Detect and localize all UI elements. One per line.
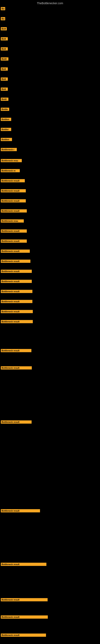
bottleneck-label: Bottleneck result xyxy=(1,300,32,303)
bottleneck-label: Bottleneck result xyxy=(1,260,30,263)
bottleneck-item: Bottleneck result xyxy=(1,179,25,182)
bottleneck-label: Bottleneck result xyxy=(1,250,30,253)
bottleneck-item: Bottl xyxy=(1,98,8,101)
bottleneck-item: Bottleneck result xyxy=(1,199,26,202)
bottleneck-item: Bottleneck result xyxy=(1,320,33,323)
bottleneck-item: Bottleneck result xyxy=(1,230,27,233)
bottleneck-label: Bottleneck result xyxy=(1,420,32,424)
bottleneck-label: Bo xyxy=(1,17,5,20)
bottleneck-item: Bottle xyxy=(1,108,9,111)
bottleneck-label: Bottleneck r xyxy=(1,148,17,151)
bottleneck-label: Bottlen xyxy=(1,118,11,121)
bottleneck-label: Bottleneck result xyxy=(1,270,32,273)
bottleneck-item: Bottleneck result xyxy=(1,634,46,637)
bottleneck-item: Bottleneck result xyxy=(1,240,27,243)
bottleneck-label: Bottleneck result xyxy=(1,209,27,212)
bottleneck-item: Bo xyxy=(1,17,5,20)
bottleneck-item: Bo xyxy=(1,7,5,10)
bottleneck-label: Bottleneck result xyxy=(1,563,47,566)
bottleneck-label: Bottleneck result xyxy=(1,179,25,182)
bottleneck-label: Bott xyxy=(1,47,8,50)
bottleneck-item: Bottleneck re xyxy=(1,169,20,172)
bottleneck-item: Bottlen xyxy=(1,138,12,141)
bottleneck-label: Bott xyxy=(1,88,8,91)
bottleneck-item: Bottleneck result xyxy=(1,209,27,212)
bottleneck-item: Bottleneck result xyxy=(1,189,26,192)
bottleneck-item: Bottleneck resu xyxy=(1,219,24,222)
bottleneck-item: Bottleneck result xyxy=(1,270,32,273)
bottleneck-label: Bottleneck result xyxy=(1,290,32,293)
bottleneck-label: Bottleneck result xyxy=(1,349,31,352)
bottleneck-label: Bottleneck result xyxy=(1,616,48,619)
bottleneck-label: Bottleneck result xyxy=(1,320,33,323)
bottleneck-label: Bott xyxy=(1,37,8,40)
bottleneck-item: Bott xyxy=(1,88,8,91)
bottleneck-item: Bottl xyxy=(1,57,8,60)
bottleneck-item: Bottleneck result xyxy=(1,280,32,283)
bottleneck-item: Bottleneck result xyxy=(1,260,30,263)
bottleneck-label: Bottleneck result xyxy=(1,199,26,202)
bottleneck-label: Bottleneck re xyxy=(1,169,20,172)
bottleneck-item: Bottleneck r xyxy=(1,148,17,151)
bottleneck-label: Bottleneck result xyxy=(1,634,46,637)
bottleneck-label: Bottleneck result xyxy=(1,230,27,233)
bottleneck-item: Bottleneck result xyxy=(1,598,48,601)
bottleneck-label: Bottleneck resu xyxy=(1,159,22,162)
bottleneck-label: Bottleneck result xyxy=(1,310,33,313)
bottleneck-label: Bottleneck result xyxy=(1,366,32,370)
bottleneck-label: Bottleneck result xyxy=(1,598,48,601)
bottleneck-label: Bottleneck result xyxy=(1,240,27,243)
bottleneck-label: Bottl xyxy=(1,57,8,60)
bottleneck-label: Bott xyxy=(1,78,8,81)
bottleneck-label: Bottleneck result xyxy=(1,280,32,283)
bottleneck-label: Bo xyxy=(1,7,5,10)
bottleneck-label: Bottle xyxy=(1,108,9,111)
bottleneck-label: Bottler xyxy=(1,128,11,131)
bottleneck-label: Bottlen xyxy=(1,138,12,141)
bottleneck-item: Bott xyxy=(1,27,7,30)
bottleneck-item: Bott xyxy=(1,68,8,71)
bottleneck-item: Bottleneck result xyxy=(1,366,32,370)
bottleneck-item: Bottleneck result xyxy=(1,509,40,512)
bottleneck-item: Bottleneck resu xyxy=(1,159,22,162)
bottleneck-item: Bott xyxy=(1,47,8,50)
bottleneck-item: Bottlen xyxy=(1,118,11,121)
bottleneck-item: Bottler xyxy=(1,128,11,131)
bottleneck-item: Bottleneck result xyxy=(1,310,33,313)
bottleneck-item: Bottleneck result xyxy=(1,616,48,619)
bottleneck-item: Bott xyxy=(1,37,8,40)
bottleneck-label: Bott xyxy=(1,68,8,71)
bottleneck-item: Bottleneck result xyxy=(1,349,31,352)
bottleneck-label: Bottl xyxy=(1,98,8,101)
bottleneck-item: Bottleneck result xyxy=(1,290,32,293)
bottleneck-item: Bottleneck result xyxy=(1,420,32,424)
bottleneck-label: Bottleneck result xyxy=(1,509,40,512)
bottleneck-label: Bottleneck resu xyxy=(1,219,24,222)
bottleneck-label: Bott xyxy=(1,27,7,30)
bottleneck-item: Bottleneck result xyxy=(1,300,32,303)
bottleneck-item: Bottleneck result xyxy=(1,250,30,253)
bottleneck-item: Bottleneck result xyxy=(1,563,47,566)
bottleneck-item: Bott xyxy=(1,78,8,81)
site-title: TheBottlenecker.com xyxy=(0,0,100,6)
bottleneck-label: Bottleneck result xyxy=(1,189,26,192)
